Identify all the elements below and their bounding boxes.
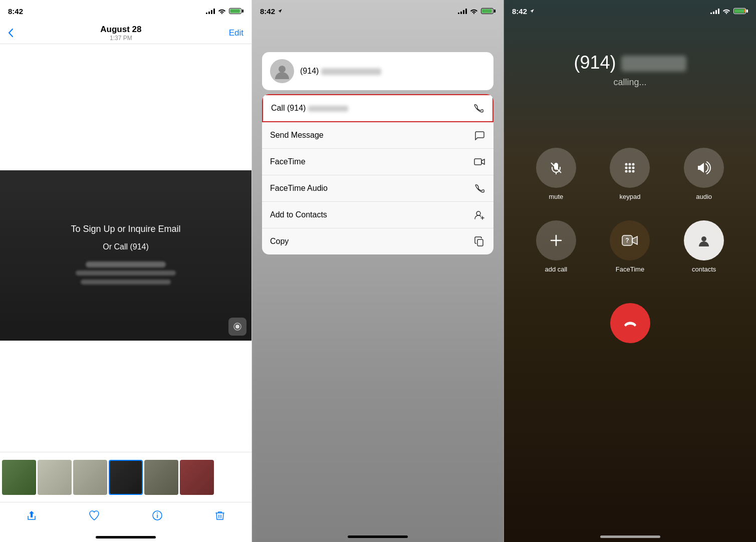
home-indicator-3 [600, 535, 660, 538]
call-btn-row-2: add call ? FaceTime [519, 220, 741, 273]
svg-point-19 [625, 167, 628, 169]
keypad-label: keypad [620, 193, 641, 200]
sign-blurred-1 [86, 261, 166, 267]
audio-button[interactable]: audio [684, 148, 724, 200]
sign-blurred-2 [76, 270, 176, 276]
status-icons-1 [206, 8, 243, 14]
svg-point-20 [629, 167, 631, 169]
person-add-icon [474, 209, 485, 220]
live-photo-icon[interactable] [228, 318, 246, 336]
copy-icon [473, 235, 485, 247]
svg-point-29 [701, 236, 706, 241]
menu-item-call[interactable]: Call (914) [262, 94, 493, 122]
thumb-5[interactable] [144, 460, 178, 495]
status-bar-1: 8:42 [0, 0, 251, 22]
time-display-1: 8:42 [8, 7, 25, 16]
signal-icon-2 [458, 8, 467, 14]
contacts-button[interactable]: contacts [684, 220, 724, 273]
svg-point-23 [629, 170, 631, 173]
panel-calling: 8:42 [504, 0, 756, 542]
info-icon [151, 509, 163, 521]
back-button[interactable] [8, 29, 13, 37]
svg-text:?: ? [626, 237, 629, 244]
home-indicator-1 [0, 532, 251, 542]
contact-avatar [270, 59, 294, 83]
svg-point-5 [157, 512, 158, 513]
end-call-button[interactable] [610, 303, 650, 343]
person-icon [273, 62, 291, 80]
bottom-toolbar-photos [0, 502, 251, 532]
info-button[interactable] [146, 504, 168, 526]
status-icons-2 [458, 8, 495, 14]
share-button[interactable] [21, 504, 43, 526]
copy-svg-icon [474, 236, 484, 246]
photo-main-area: To Sign Up or Inquire Email Or Call (914… [0, 44, 251, 452]
home-bar-3 [600, 535, 660, 538]
thumb-6[interactable] [180, 460, 214, 495]
mute-button[interactable]: mute [536, 148, 576, 200]
back-chevron-icon [8, 29, 13, 37]
chat-bubble-icon [474, 130, 484, 140]
menu-item-message[interactable]: Send Message [262, 122, 493, 149]
svg-point-22 [625, 170, 628, 173]
photo-date: August 28 [100, 25, 141, 35]
thumb-2[interactable] [38, 460, 72, 495]
thumb-3[interactable] [73, 460, 107, 495]
svg-point-16 [625, 163, 628, 166]
battery-icon-1 [229, 8, 243, 14]
add-call-circle [536, 220, 576, 260]
photo-nav-title: August 28 1:37 PM [100, 25, 141, 42]
facetime-label: FaceTime [270, 157, 306, 166]
calling-number-blurred [621, 56, 686, 72]
battery-icon-2 [481, 8, 495, 14]
contact-number-blurred [321, 68, 381, 75]
menu-item-copy[interactable]: Copy [262, 228, 493, 254]
mic-slash-icon [548, 160, 564, 176]
home-indicator-2 [348, 535, 408, 538]
menu-item-facetime[interactable]: FaceTime [262, 149, 493, 175]
heart-icon [88, 509, 100, 521]
nav-bar-photos: August 28 1:37 PM Edit [0, 22, 251, 44]
location-arrow-icon-2 [277, 8, 283, 14]
live-icon-svg [232, 322, 242, 332]
facetime-q-icon: ? [621, 233, 638, 247]
status-icons-3 [710, 8, 748, 14]
add-call-button[interactable]: add call [536, 220, 576, 273]
battery-icon-3 [733, 8, 748, 14]
sign-line-2: Or Call (914) [71, 242, 180, 251]
wifi-icon-3 [722, 8, 730, 14]
facetime-call-button[interactable]: ? FaceTime [610, 220, 650, 273]
audio-circle [684, 148, 724, 188]
photo-image: To Sign Up or Inquire Email Or Call (914… [0, 170, 251, 341]
status-right-3 [710, 8, 748, 14]
copy-label: Copy [270, 237, 289, 246]
calling-info: (914) calling... [504, 22, 756, 88]
thumb-1[interactable] [2, 460, 36, 495]
contact-number-display: (914) [300, 67, 381, 75]
svg-point-24 [632, 170, 635, 173]
keypad-button[interactable]: keypad [610, 148, 650, 200]
edit-button[interactable]: Edit [229, 28, 243, 38]
svg-point-9 [476, 211, 480, 215]
favorite-button[interactable] [83, 504, 105, 526]
thumb-4[interactable] [109, 460, 143, 495]
photo-time: 1:37 PM [100, 35, 141, 42]
message-label: Send Message [270, 131, 324, 140]
menu-item-add-contact[interactable]: Add to Contacts [262, 202, 493, 228]
call-buttons: mute keypad [504, 148, 756, 273]
call-label: Call (914) [271, 104, 348, 113]
delete-button[interactable] [209, 504, 231, 526]
video-icon [474, 157, 485, 166]
contact-header: (914) [262, 52, 493, 90]
panel-context-menu: 8:42 [252, 0, 504, 542]
status-bar-2: 8:42 [252, 0, 503, 22]
time-display-2: 8:42 [260, 7, 283, 16]
svg-point-17 [629, 163, 631, 166]
menu-item-facetime-audio[interactable]: FaceTime Audio [262, 175, 493, 202]
phone-icon [473, 103, 483, 113]
svg-rect-12 [477, 239, 483, 246]
svg-point-6 [473, 13, 474, 14]
keypad-circle [610, 148, 650, 188]
facetime-call-circle: ? [610, 220, 650, 260]
sign-overlay-text: To Sign Up or Inquire Email Or Call (914… [71, 224, 180, 287]
